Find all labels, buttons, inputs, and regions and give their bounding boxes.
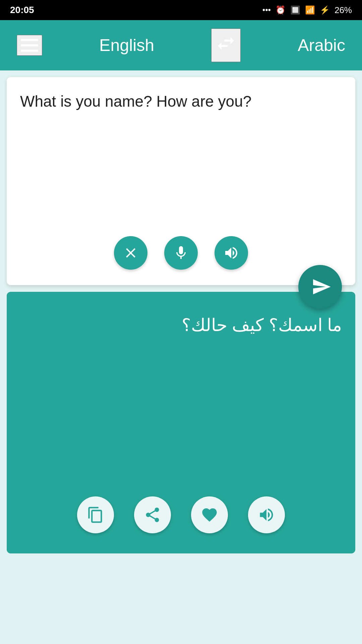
- volume-up-icon: [258, 506, 275, 524]
- translation-controls: [7, 496, 355, 533]
- menu-line-2: [21, 44, 38, 46]
- share-icon: [144, 506, 161, 524]
- status-bar: 20:05 ••• ⏰ 🔲 📶 ⚡ 26%: [0, 0, 362, 20]
- battery-display: 26%: [335, 5, 352, 15]
- swap-icon: [215, 33, 237, 58]
- top-nav-bar: English Arabic: [0, 20, 362, 70]
- sim-icon: 🔲: [290, 5, 300, 15]
- send-icon: [311, 277, 331, 297]
- source-text-input[interactable]: [20, 91, 342, 225]
- menu-line-3: [21, 50, 38, 52]
- microphone-button[interactable]: [164, 236, 198, 270]
- input-controls: [20, 236, 342, 270]
- source-language-label[interactable]: English: [99, 36, 154, 55]
- copy-icon: [87, 506, 104, 524]
- translated-text: ما اسمك؟ كيف حالك؟: [20, 312, 342, 338]
- translation-section: ما اسمك؟ كيف حالك؟: [7, 292, 355, 553]
- swap-languages-button[interactable]: [211, 29, 241, 62]
- copy-button[interactable]: [77, 496, 114, 533]
- clear-button[interactable]: [114, 236, 147, 270]
- volume-icon: [223, 245, 239, 261]
- heart-icon: [201, 506, 218, 524]
- time-display: 20:05: [10, 5, 34, 15]
- translate-button[interactable]: [298, 265, 342, 309]
- target-language-label[interactable]: Arabic: [298, 36, 345, 55]
- menu-line-1: [21, 39, 38, 41]
- microphone-icon: [173, 245, 189, 261]
- share-button[interactable]: [134, 496, 171, 533]
- menu-button[interactable]: [17, 35, 42, 56]
- signal-icon: 📶: [305, 5, 315, 15]
- close-icon: [123, 245, 139, 261]
- status-icons: ••• ⏰ 🔲 📶 ⚡ 26%: [262, 5, 352, 15]
- input-section: [7, 77, 355, 285]
- alarm-icon: ⏰: [276, 5, 286, 15]
- speak-source-button[interactable]: [215, 236, 248, 270]
- speak-translation-button[interactable]: [248, 496, 285, 533]
- more-icon: •••: [262, 5, 271, 15]
- favorite-button[interactable]: [191, 496, 228, 533]
- charging-icon: ⚡: [320, 5, 330, 15]
